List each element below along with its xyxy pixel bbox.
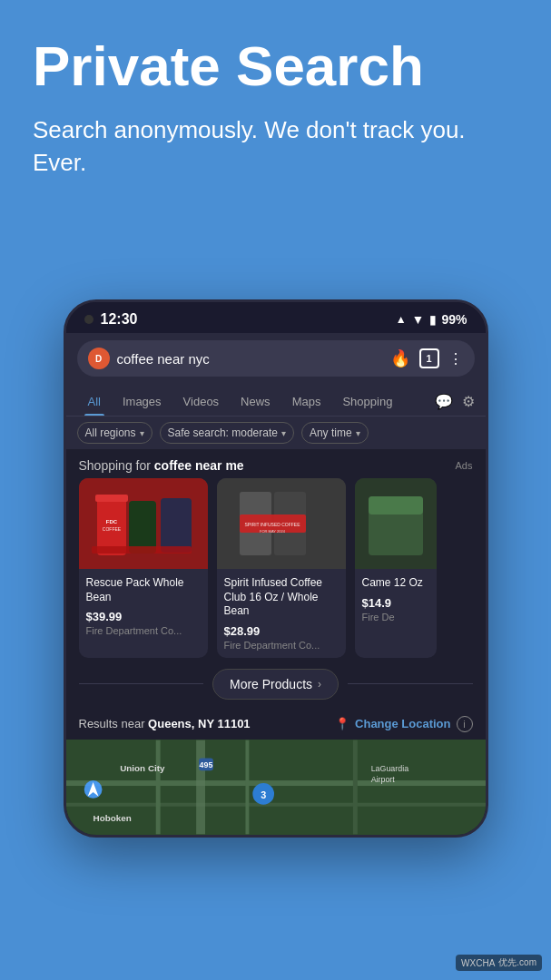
watermark-sub: WXCHA xyxy=(461,958,495,968)
status-left: 12:30 xyxy=(84,311,138,328)
region-filter-label: All regions xyxy=(85,426,136,439)
svg-rect-22 xyxy=(352,740,357,834)
tab-news[interactable]: News xyxy=(230,387,281,416)
hero-section: Private Search Search anonymously. We do… xyxy=(0,0,551,201)
more-products-label: More Products xyxy=(230,677,312,691)
more-products-button[interactable]: More Products › xyxy=(212,669,339,700)
status-time: 12:30 xyxy=(101,311,138,328)
product-image-3 xyxy=(355,478,437,569)
tab-all[interactable]: All xyxy=(77,387,112,416)
product-seller-1: Fire Department Co... xyxy=(86,625,201,636)
product-price-2: $28.99 xyxy=(224,624,339,638)
product-name-3: Came 12 Oz xyxy=(362,576,429,591)
product-price-1: $39.99 xyxy=(86,610,201,623)
location-text: Results near Queens, NY 11101 xyxy=(79,717,251,730)
shopping-prefix: Shopping for xyxy=(79,458,151,473)
shopping-title: Shopping for coffee near me xyxy=(79,458,244,473)
svg-rect-2 xyxy=(95,495,128,502)
svg-rect-20 xyxy=(155,740,160,834)
tab-shopping[interactable]: Shopping xyxy=(331,387,403,416)
svg-rect-19 xyxy=(66,803,486,807)
tab-maps[interactable]: Maps xyxy=(281,387,332,416)
product-info-1: Rescue Pack Whole Bean $39.99 Fire Depar… xyxy=(79,569,208,643)
filter-row: All regions ▾ Safe search: moderate ▾ An… xyxy=(66,416,486,449)
product-name-1: Rescue Pack Whole Bean xyxy=(86,576,201,604)
safe-search-label: Safe search: moderate xyxy=(168,426,278,439)
search-actions: 🔥 1 ⋮ xyxy=(390,348,464,368)
nav-tab-actions: 💬 ⚙ xyxy=(435,393,475,410)
product-name-2: Spirit Infused Coffee Club 16 Oz / Whole… xyxy=(224,576,339,619)
menu-icon[interactable]: ⋮ xyxy=(448,350,464,368)
product-image-svg-2: SPIRIT INFUSED COFFEE FOR MAY 2024 xyxy=(217,478,346,569)
region-filter-arrow: ▾ xyxy=(140,428,144,438)
map-area[interactable]: 495 Union City LaGuardia Airport Hoboken… xyxy=(66,740,486,835)
fire-icon[interactable]: 🔥 xyxy=(390,348,410,368)
svg-text:COFFEE: COFFEE xyxy=(102,526,121,532)
svg-text:3: 3 xyxy=(261,789,266,800)
product-card-3[interactable]: Came 12 Oz $14.9 Fire De xyxy=(355,478,437,658)
tab-images[interactable]: Images xyxy=(112,387,172,416)
location-pin-icon: 📍 xyxy=(335,717,349,730)
product-info-3: Came 12 Oz $14.9 Fire De xyxy=(355,569,437,630)
shopping-query: coffee near me xyxy=(154,458,244,473)
status-right: ▲ ▼ ▮ 99% xyxy=(396,312,467,327)
product-image-svg-1: FDC COFFEE xyxy=(79,478,208,569)
time-filter[interactable]: Any time ▾ xyxy=(301,422,369,444)
time-filter-arrow: ▾ xyxy=(356,428,360,438)
search-query[interactable]: coffee near nyc xyxy=(117,351,383,367)
svg-rect-23 xyxy=(196,740,205,834)
svg-text:Union City: Union City xyxy=(120,763,165,773)
battery-icon: ▮ xyxy=(429,313,436,327)
watermark: WXCHA 优先.com xyxy=(456,955,542,971)
nav-tabs: All Images Videos News Maps Shopping 💬 ⚙ xyxy=(66,384,486,416)
svg-rect-18 xyxy=(66,780,486,786)
svg-text:495: 495 xyxy=(199,760,212,769)
svg-rect-16 xyxy=(369,496,423,514)
location-prefix: Results near xyxy=(79,717,145,730)
svg-text:SPIRIT INFUSED COFFEE: SPIRIT INFUSED COFFEE xyxy=(244,522,300,527)
safe-search-filter[interactable]: Safe search: moderate ▾ xyxy=(160,422,294,444)
time-filter-label: Any time xyxy=(310,426,352,439)
change-location-button[interactable]: Change Location xyxy=(355,717,450,730)
map-svg: 495 Union City LaGuardia Airport Hoboken… xyxy=(66,740,486,835)
svg-rect-21 xyxy=(245,740,249,834)
battery-percentage: 99% xyxy=(441,312,467,327)
watermark-text: 优先.com xyxy=(498,956,536,969)
product-card-2[interactable]: SPIRIT INFUSED COFFEE FOR MAY 2024 Spiri… xyxy=(217,478,346,658)
product-seller-3: Fire De xyxy=(362,612,429,622)
ddg-logo-text: D xyxy=(95,354,102,364)
product-info-2: Spirit Infused Coffee Club 16 Oz / Whole… xyxy=(217,569,346,658)
product-price-3: $14.9 xyxy=(362,596,429,610)
product-seller-2: Fire Department Co... xyxy=(224,640,339,651)
browser-chrome: D coffee near nyc 🔥 1 ⋮ xyxy=(66,333,486,384)
settings-icon[interactable]: ⚙ xyxy=(462,393,475,410)
svg-text:FOR MAY 2024: FOR MAY 2024 xyxy=(260,529,286,534)
camera-icon xyxy=(84,315,93,324)
safe-search-arrow: ▾ xyxy=(281,428,286,438)
hero-subtitle: Search anonymously. We don't track you. … xyxy=(33,113,518,180)
info-icon[interactable]: i xyxy=(457,716,473,732)
divider-left xyxy=(79,683,203,684)
search-bar[interactable]: D coffee near nyc 🔥 1 ⋮ xyxy=(77,340,475,377)
tab-videos[interactable]: Videos xyxy=(172,387,231,416)
wifi-icon: ▼ xyxy=(412,312,425,327)
chat-icon[interactable]: 💬 xyxy=(435,393,453,410)
location-city: Queens, NY 11101 xyxy=(148,717,251,730)
svg-text:FDC: FDC xyxy=(105,519,117,524)
product-image-2: SPIRIT INFUSED COFFEE FOR MAY 2024 xyxy=(217,478,346,569)
product-card-1[interactable]: FDC COFFEE Rescue Pack Whole Bean $39.99… xyxy=(79,478,208,658)
products-row: FDC COFFEE Rescue Pack Whole Bean $39.99… xyxy=(66,478,486,658)
svg-text:Hoboken: Hoboken xyxy=(93,812,131,822)
svg-text:Airport: Airport xyxy=(370,775,395,784)
svg-rect-7 xyxy=(92,546,192,554)
shopping-header: Shopping for coffee near me Ads xyxy=(66,449,486,478)
svg-text:LaGuardia: LaGuardia xyxy=(370,764,408,773)
ddg-logo: D xyxy=(88,348,110,369)
content-area: Shopping for coffee near me Ads FDC COFF… xyxy=(66,449,486,835)
region-filter[interactable]: All regions ▾ xyxy=(77,422,153,444)
tab-count-button[interactable]: 1 xyxy=(419,348,439,368)
svg-rect-5 xyxy=(129,501,156,554)
status-bar: 12:30 ▲ ▼ ▮ 99% xyxy=(66,302,486,333)
divider-right xyxy=(348,683,472,684)
svg-rect-6 xyxy=(161,498,192,553)
